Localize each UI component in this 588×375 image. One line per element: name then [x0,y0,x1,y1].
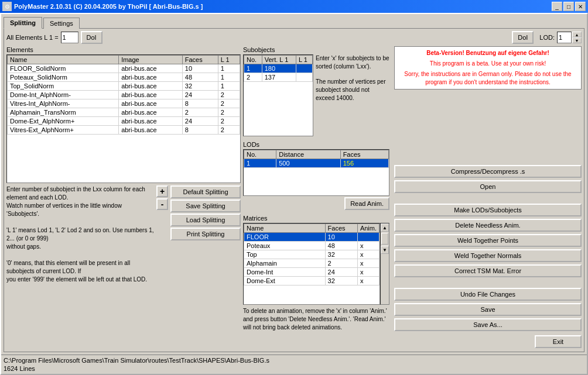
matrices-row[interactable]: Dome-Int24x [244,268,380,277]
minus-button[interactable]: - [156,198,168,210]
sub-col-vert: Vert. L 1 [262,56,296,64]
right-panel-button-1[interactable]: Open [394,180,582,193]
beta-box: Beta-Version! Benutzung auf eigene Gefah… [394,46,582,90]
col-image: Image [119,56,183,64]
subobjects-table: No. Vert. L 1 L 1 11802137 [244,55,313,82]
col-l1: L 1 [218,56,240,64]
subobjects-row[interactable]: 2137 [244,73,313,82]
do-button-2[interactable]: DoI [512,31,534,44]
info-line-7: '0' means, that this element will be pre… [6,259,154,276]
info-line-5: without gaps. [6,243,154,251]
right-panel-button-2[interactable]: Make LODs/Subobjects [394,204,582,216]
sub-info-1: Enter 'x' for subobjects to be sorted (c… [316,54,389,71]
mat-col-anim: Anim. [357,224,379,233]
right-panel-button-3[interactable]: Delete Needless Anim. [394,219,582,232]
all-elements-label: All Elements L 1 = [6,34,59,41]
matrices-row[interactable]: Top32x [244,250,380,259]
info-line-8: you enter '999' the element will be left… [6,276,154,284]
lod-label: LOD: [539,34,555,41]
tab-settings[interactable]: Settings [43,18,80,29]
beta-text-3: Sorry, the instructions are in German on… [397,70,579,87]
info-line-4: 'L 1' means Lod 1, 'L 2' Lod 2 and so on… [6,226,154,243]
elements-row[interactable]: Dome-Int_AlphNorm-abri-bus.ace242 [8,91,240,99]
elements-row[interactable]: Alphamain_TransNormabri-bus.ace22 [8,108,240,117]
matrices-row[interactable]: Dome-Ext32x [244,277,380,285]
elements-label: Elements [6,46,241,53]
plus-button[interactable]: + [156,185,168,197]
sub-info-2: The number of vertices per subobject sho… [316,78,389,102]
matrices-row[interactable]: Alphamain2x [244,259,380,268]
elements-row[interactable]: Poteaux_SolidNormabri-bus.ace481 [8,73,240,82]
right-panel-button-5[interactable]: Weld Together Normals [394,249,582,262]
right-panel-button-7[interactable]: Undo File Changes [394,288,582,301]
mat-col-name: Name [244,224,326,233]
matrices-table: Name Faces Anim. FLOOR10Poteaux48xTop32x… [244,223,380,285]
status-line-2: 1624 Lines [4,364,584,373]
scroll-down-arrow[interactable]: ▼ [381,246,389,254]
right-panel-button-4[interactable]: Weld Together Points [394,234,582,247]
tab-splitting[interactable]: Splitting [4,17,42,29]
sub-col-no: No. [244,56,262,64]
elements-row[interactable]: Vitres-Ext_AlphNorm+abri-bus.ace82 [8,126,240,135]
mat-col-faces: Faces [325,224,357,233]
do-button-1[interactable]: DoI [81,31,102,44]
elements-row[interactable]: Vitres-Int_AlphNorm-abri-bus.ace82 [8,99,240,108]
save-splitting-button[interactable]: Save Splitting [170,199,241,212]
lod-down-button[interactable]: ▼ [572,37,582,43]
title-bar: ⚙ PolyMaster 2.10.31 (C) 20.04.2005 by T… [0,0,588,13]
lod-col-faces: Faces [340,150,388,159]
matrices-row[interactable]: FLOOR10 [244,233,380,242]
lods-label: LODs [243,141,389,148]
default-splitting-button[interactable]: Default Splitting [170,185,241,198]
status-line-1: C:\Program Files\Microsoft Games\Train S… [4,356,584,364]
status-bar: C:\Program Files\Microsoft Games\Train S… [1,355,587,374]
lod-up-button[interactable]: ▲ [572,32,582,37]
content-area: All Elements L 1 = DoI DoI LOD: ▲ ▼ Elem… [4,28,584,352]
beta-text-2: This program is a beta. Use at your own … [397,60,579,68]
print-splitting-button[interactable]: Print Splitting [170,228,241,240]
right-panel-button-8[interactable]: Save [394,303,582,316]
title-bar-text: PolyMaster 2.10.31 (C) 20.04.2005 by Tho… [14,3,552,10]
lod-input[interactable] [557,32,572,43]
main-window: Splitting Settings All Elements L 1 = Do… [0,13,588,375]
sub-col-l1: L 1 [296,56,312,64]
maximize-button[interactable]: □ [563,2,574,11]
elements-row[interactable]: Dome-Ext_AlphNorm+abri-bus.ace242 [8,117,240,126]
info-line-1: Enter number of subobject in the Lxx col… [6,185,154,202]
elements-row[interactable]: Top_SolidNormabri-bus.ace321 [8,82,240,91]
right-panel-button-0[interactable]: Compress/Decompress .s [394,165,582,178]
elements-row[interactable]: FLOOR_SolidNormabri-bus.ace101 [8,64,240,73]
lods-row[interactable]: 1500156 [244,159,389,168]
scroll-up-arrow[interactable]: ▲ [381,223,389,232]
subobjects-row[interactable]: 1180 [244,64,313,73]
all-elements-input[interactable] [61,32,78,43]
read-anim-button[interactable]: Read Anim. [344,197,389,210]
lod-col-no: No. [244,150,276,159]
right-panel-button-6[interactable]: Correct TSM Mat. Error [394,264,582,277]
title-bar-icon: ⚙ [2,2,12,11]
subobjects-label: Subobjects [243,46,389,53]
exit-button[interactable]: Exit [535,335,582,348]
minimize-button[interactable]: _ [552,2,562,11]
matrices-label: Matrices [243,215,389,222]
col-faces: Faces [182,56,218,64]
load-splitting-button[interactable]: Load Splitting [170,214,241,226]
col-name: Name [8,56,119,64]
matrices-row[interactable]: Poteaux48x [244,242,380,250]
lods-table: No. Distance Faces 1500156 [244,150,389,168]
close-button[interactable]: ✕ [575,2,586,11]
right-panel-button-9[interactable]: Save As... [394,318,582,331]
scroll-thumb[interactable] [381,233,388,245]
beta-text-1: Beta-Version! Benutzung auf eigene Gefah… [397,49,579,57]
lod-col-distance: Distance [276,150,340,159]
mat-info-text: To delete an animation, remove the 'x' i… [243,307,389,332]
elements-table: Name Image Faces L 1 FLOOR_SolidNormabri… [7,55,240,135]
info-line-2: Watch number of vertices in the little w… [6,202,154,218]
